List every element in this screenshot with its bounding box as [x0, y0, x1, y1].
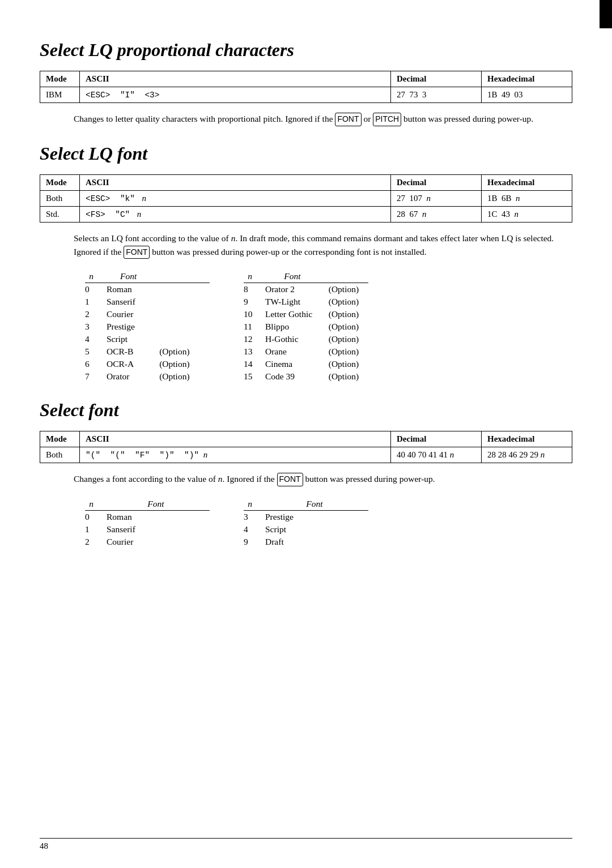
cell-mode: IBM [40, 87, 80, 103]
table1-header-hex: Hexadecimal [482, 71, 572, 87]
list-item: 1Sanserif [85, 523, 210, 536]
list-item: 9TW-Light(Option) [244, 296, 368, 308]
font-table-left: n Font 0Roman 1Sanserif 2Courier 3Presti… [85, 270, 210, 383]
col-header-font: Font [261, 498, 368, 511]
col-header-n: n [85, 498, 102, 511]
font3-table-right: n Font 3Prestige 4Script 9Draft [244, 498, 368, 548]
font-button2: FONT [124, 246, 150, 259]
section3-description: Changes a font according to the value of… [40, 472, 572, 486]
section1-table: Mode ASCII Decimal Hexadecimal IBM <ESC>… [40, 71, 572, 103]
table2-header-ascii: ASCII [80, 174, 391, 190]
cell-hex: 28 28 46 29 29 n [482, 447, 572, 463]
cell-hex: 1C 43 n [482, 206, 572, 222]
table1-header-decimal: Decimal [391, 71, 482, 87]
table1-header-mode: Mode [40, 71, 80, 87]
cell-mode: Both [40, 447, 80, 463]
cell-ascii: <ESC> "I" <3> [80, 87, 391, 103]
table-row: Std. <FS> "C" n 28 67 n 1C 43 n [40, 206, 572, 222]
list-item: 0Roman [85, 511, 210, 524]
table3-header-decimal: Decimal [391, 431, 482, 447]
font3-table-left: n Font 0Roman 1Sanserif 2Courier [85, 498, 210, 548]
cell-decimal: 27 73 3 [391, 87, 482, 103]
cell-mode: Std. [40, 206, 80, 222]
col-header-n: n [244, 270, 261, 283]
col-header-font: Font [102, 270, 155, 283]
list-item: 1Sanserif [85, 296, 210, 308]
list-item: 2Courier [85, 536, 210, 548]
col-header-font: Font [261, 270, 324, 283]
table2-header-hex: Hexadecimal [482, 174, 572, 190]
cell-decimal: 40 40 70 41 41 n [391, 447, 482, 463]
cell-decimal: 27 107 n [391, 190, 482, 206]
list-item: 3Prestige [244, 511, 368, 524]
col-header-n: n [85, 270, 102, 283]
col-header-font: Font [102, 498, 210, 511]
list-item: 7Orator(Option) [85, 370, 210, 383]
list-item: 0Roman [85, 283, 210, 296]
cell-hex: 1B 6B n [482, 190, 572, 206]
cell-ascii: "(" "(" "F" ")" ")" n [80, 447, 391, 463]
cell-decimal: 28 67 n [391, 206, 482, 222]
section3-table: Mode ASCII Decimal Hexadecimal Both "(" … [40, 431, 572, 463]
page-marker [600, 0, 612, 28]
list-item: 12H-Gothic(Option) [244, 333, 368, 345]
list-item: 11Blippo(Option) [244, 320, 368, 333]
cell-ascii: <ESC> "k" n [80, 190, 391, 206]
section2-font-tables: n Font 0Roman 1Sanserif 2Courier 3Presti… [85, 270, 572, 383]
list-item: 10Letter Gothic(Option) [244, 308, 368, 320]
col-header-n: n [244, 498, 261, 511]
section2-table: Mode ASCII Decimal Hexadecimal Both <ESC… [40, 174, 572, 223]
pitch-button: PITCH [373, 113, 401, 126]
list-item: 8Orator 2(Option) [244, 283, 368, 296]
cell-ascii: <FS> "C" n [80, 206, 391, 222]
table2-header-mode: Mode [40, 174, 80, 190]
table-row: Both <ESC> "k" n 27 107 n 1B 6B n [40, 190, 572, 206]
cell-mode: Both [40, 190, 80, 206]
list-item: 4Script [85, 333, 210, 345]
section3-title: Select font [40, 400, 572, 421]
cell-hex: 1B 49 03 [482, 87, 572, 103]
list-item: 2Courier [85, 308, 210, 320]
list-item: 9Draft [244, 536, 368, 548]
list-item: 3Prestige [85, 320, 210, 333]
section2-description: Selects an LQ font according to the valu… [40, 232, 572, 259]
list-item: 4Script [244, 523, 368, 536]
list-item: 15Code 39(Option) [244, 370, 368, 383]
col-header-option [324, 270, 368, 283]
list-item: 14Cinema(Option) [244, 358, 368, 370]
list-item: 13Orane(Option) [244, 345, 368, 358]
col-header-option [155, 270, 210, 283]
list-item: 6OCR-A(Option) [85, 358, 210, 370]
section1-title: Select LQ proportional characters [40, 40, 572, 61]
table3-header-ascii: ASCII [80, 431, 391, 447]
section2-title: Select LQ font [40, 143, 572, 164]
page-number: 48 [40, 838, 572, 851]
font-button: FONT [335, 113, 361, 126]
font-button3: FONT [277, 473, 303, 486]
table-row: IBM <ESC> "I" <3> 27 73 3 1B 49 03 [40, 87, 572, 103]
table1-header-ascii: ASCII [80, 71, 391, 87]
table3-header-hex: Hexadecimal [482, 431, 572, 447]
table3-header-mode: Mode [40, 431, 80, 447]
table-row: Both "(" "(" "F" ")" ")" n 40 40 70 41 4… [40, 447, 572, 463]
section3-font-tables: n Font 0Roman 1Sanserif 2Courier n Font … [85, 498, 572, 548]
table2-header-decimal: Decimal [391, 174, 482, 190]
list-item: 5OCR-B(Option) [85, 345, 210, 358]
font-table-right: n Font 8Orator 2(Option) 9TW-Light(Optio… [244, 270, 368, 383]
section1-description: Changes to letter quality characters wit… [40, 112, 572, 126]
